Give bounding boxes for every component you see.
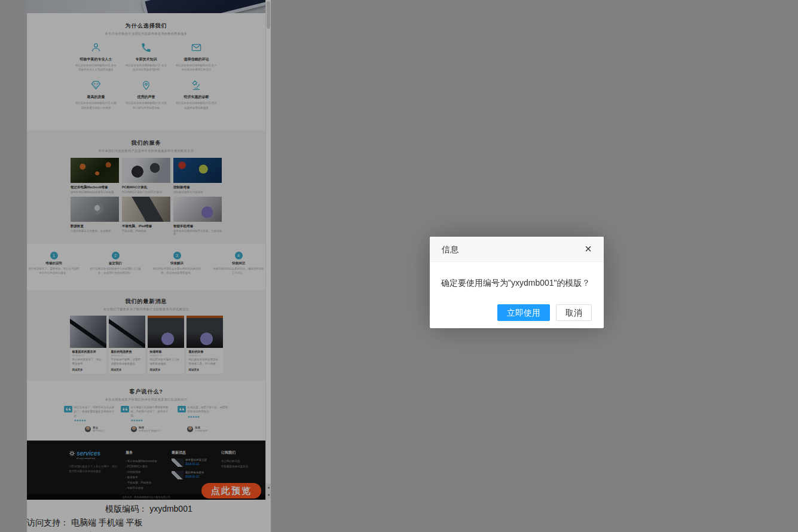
dialog-message: 确定要使用编号为"yxydmb001"的模版？ bbox=[430, 262, 604, 289]
dialog-header: 信息 × bbox=[430, 237, 604, 262]
dialog-buttons: 立即使用 取消 bbox=[497, 304, 592, 321]
dialog-title: 信息 bbox=[442, 244, 458, 254]
cancel-button[interactable]: 取消 bbox=[556, 304, 592, 321]
modal-overlay bbox=[0, 0, 798, 532]
use-now-button[interactable]: 立即使用 bbox=[497, 304, 550, 321]
close-icon[interactable]: × bbox=[581, 237, 595, 262]
info-dialog: 信息 × 确定要使用编号为"yxydmb001"的模版？ 立即使用 取消 bbox=[430, 237, 604, 328]
